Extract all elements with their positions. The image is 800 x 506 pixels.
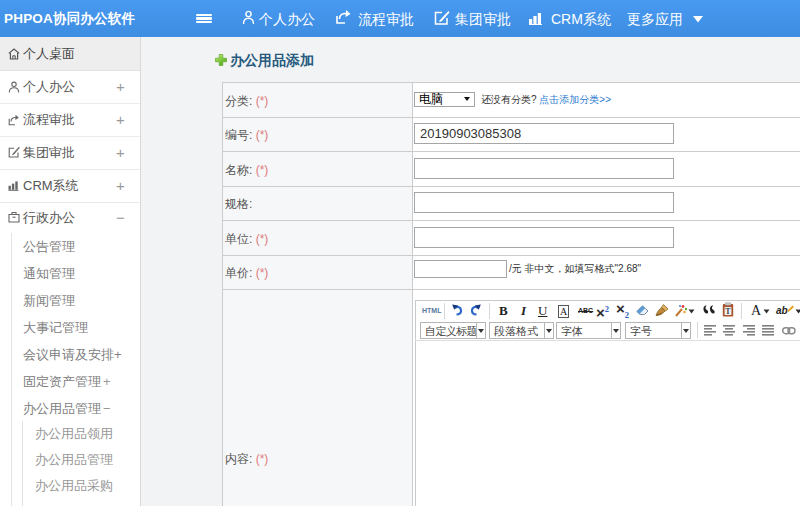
svg-text:T: T [725, 307, 731, 316]
